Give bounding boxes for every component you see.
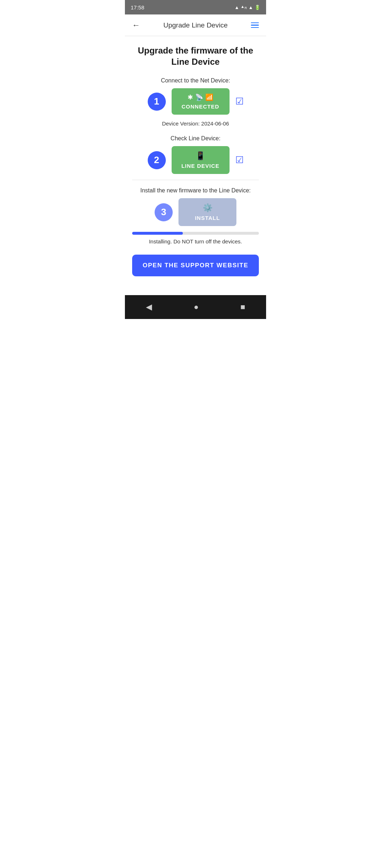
nav-recent-button[interactable]: ■ <box>233 300 252 314</box>
app-title: Upgrade Line Device <box>163 21 227 29</box>
nav-home-button[interactable]: ● <box>186 300 206 314</box>
install-button[interactable]: ⚙️ INSTALL <box>178 198 236 226</box>
nav-back-button[interactable]: ◀ <box>139 300 159 314</box>
back-button[interactable]: ← <box>131 19 142 31</box>
router-icon: 📡 <box>195 93 203 101</box>
installing-text: Installing. Do NOT turn off the devices. <box>132 238 259 244</box>
wifi-icon2: 📶 <box>205 93 213 101</box>
battery-icon: 🔋 <box>255 5 260 10</box>
wifi-icon: ▲ <box>235 5 239 10</box>
device-version: Device Version: 2024-06-06 <box>132 120 259 127</box>
progress-bar-fill <box>132 232 183 235</box>
support-button[interactable]: OPEN THE SUPPORT WEBSITE <box>132 255 259 276</box>
install-label: INSTALL <box>195 215 220 221</box>
connected-label: CONNECTED <box>181 103 219 110</box>
step1-label: Connect to the Net Device: <box>132 77 259 84</box>
step3-label: Install the new firmware to the Line Dev… <box>132 187 259 194</box>
line-device-button[interactable]: 📱 LINE DEVICE <box>172 146 230 174</box>
status-time: 17:58 <box>131 4 144 10</box>
menu-line-1 <box>251 22 259 24</box>
step3-number: 3 <box>155 203 173 221</box>
step2-row: 2 📱 LINE DEVICE ☑ <box>132 146 259 174</box>
bluetooth-icon: ✱ <box>188 93 193 101</box>
phone-icon: 📱 <box>196 151 205 161</box>
step3-row: 3 ⚙️ INSTALL <box>132 198 259 226</box>
step1-check: ☑ <box>235 96 244 107</box>
menu-button[interactable] <box>249 21 260 30</box>
progress-section <box>132 232 259 235</box>
status-bar: 17:58 ▲ ▲R ▲ 🔋 <box>125 0 266 14</box>
main-content: Upgrade the firmware of the Line Device … <box>125 36 266 284</box>
step-divider <box>132 180 259 180</box>
line-device-icon: 📱 <box>196 151 205 161</box>
step1-row: 1 ✱ 📡 📶 CONNECTED ☑ <box>132 88 259 115</box>
step1-number: 1 <box>148 93 166 111</box>
app-bar: ← Upgrade Line Device <box>125 14 266 36</box>
line-device-label: LINE DEVICE <box>181 163 219 169</box>
progress-bar-bg <box>132 232 259 235</box>
connected-button[interactable]: ✱ 📡 📶 CONNECTED <box>172 88 230 115</box>
step2-check: ☑ <box>235 154 244 166</box>
signal-icon2: ▲ <box>248 5 253 10</box>
nav-bar: ◀ ● ■ <box>125 295 266 319</box>
status-icons: ▲ ▲R ▲ 🔋 <box>235 4 260 10</box>
menu-line-3 <box>251 27 259 28</box>
step2-number: 2 <box>148 151 166 169</box>
connected-icons: ✱ 📡 📶 <box>188 93 213 101</box>
gear-icon: ⚙️ <box>203 203 213 212</box>
menu-line-2 <box>251 25 259 26</box>
install-icon: ⚙️ <box>203 203 213 213</box>
page-title: Upgrade the firmware of the Line Device <box>132 45 259 67</box>
signal-icon: ▲R <box>241 4 247 10</box>
step2-label: Check Line Device: <box>132 135 259 142</box>
